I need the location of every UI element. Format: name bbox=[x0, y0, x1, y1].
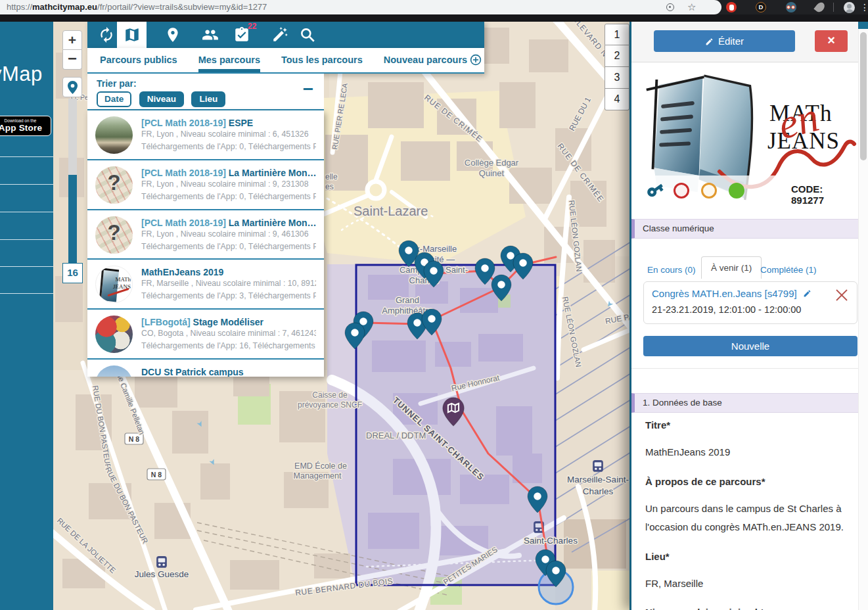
field-value-titre: MathEnJeans 2019 bbox=[645, 443, 846, 462]
trail-thumbnail: ? bbox=[95, 166, 133, 204]
wizard-wand-icon[interactable] bbox=[271, 26, 288, 43]
map-label: Collège Edgar bbox=[465, 158, 519, 168]
trail-list-item[interactable]: [PCL Math 2018-19] ESPE FR, Lyon , Nivea… bbox=[87, 110, 324, 160]
address-bar[interactable]: https://mathcitymap.eu/fr/portail/?view=… bbox=[0, 0, 721, 14]
tab-parcours-publics[interactable]: Parcours publics bbox=[100, 48, 177, 72]
detail-header: Éditer × bbox=[631, 22, 858, 62]
browser-toolbar: https://mathcitymap.eu/fr/portail/?view=… bbox=[0, 0, 868, 14]
divider bbox=[631, 368, 858, 369]
tab-mes-parcours[interactable]: Mes parcours bbox=[198, 48, 260, 72]
layer-button-1[interactable]: 1 bbox=[605, 24, 629, 45]
trail-list-item[interactable]: ? [PCL Math 2018-19] La Martinière Mon… … bbox=[87, 160, 324, 210]
field-label-apropos: À propos de ce parcours* bbox=[645, 476, 846, 487]
browser-menu-icon[interactable]: ⋮ bbox=[860, 1, 868, 14]
layer-button-4[interactable]: 4 bbox=[605, 89, 629, 110]
trail-list-item-selected[interactable]: MAThJEANS MathEnJeans 2019 FR, Marseille… bbox=[87, 260, 324, 310]
map-zoom-in-button[interactable]: + bbox=[62, 30, 82, 50]
sidebar-divider bbox=[0, 266, 53, 267]
field-value-apropos: Un parcours dans le campus de St Charles… bbox=[645, 500, 846, 537]
section-classe-numerique[interactable]: Classe numérique bbox=[631, 219, 858, 239]
section-donnees-de-base[interactable]: 1. Données de base bbox=[631, 393, 858, 413]
session-date: 21-23.21.2019, 12:01:00 - 12:00:00 bbox=[652, 304, 849, 315]
status-red-circle[interactable] bbox=[674, 183, 689, 199]
close-panel-button[interactable]: × bbox=[815, 30, 848, 52]
sort-bar: Trier par: Date Niveau Lieu − bbox=[87, 74, 324, 110]
site-logo: yMap bbox=[0, 62, 43, 86]
site-sidebar: yMap Download on the App Store bbox=[0, 22, 53, 610]
sidebar-divider bbox=[0, 293, 53, 294]
train-station-icon bbox=[593, 460, 603, 472]
status-green-circle[interactable] bbox=[729, 183, 744, 199]
appstore-badge[interactable]: Download on the App Store bbox=[0, 116, 51, 136]
map-zoom-level: 16 bbox=[62, 263, 83, 283]
trails-map-icon[interactable] bbox=[124, 26, 141, 43]
trails-list: [PCL Math 2018-19] ESPE FR, Lyon , Nivea… bbox=[87, 110, 324, 377]
trail-thumbnail: ? bbox=[95, 216, 133, 254]
field-label-titre: Titre* bbox=[645, 419, 846, 431]
map-zoom-out-button[interactable]: − bbox=[62, 50, 82, 70]
field-label-niveau: Niveau scolaire minimal * bbox=[645, 607, 846, 610]
url-text: https://mathcitymap.eu/fr/portail/?view=… bbox=[7, 0, 267, 14]
adblock-extension-icon[interactable] bbox=[726, 2, 737, 12]
scrollbar-thumb[interactable] bbox=[860, 32, 867, 160]
trails-tabs: Parcours publics Mes parcours Tous les p… bbox=[87, 48, 484, 74]
map-label: Management bbox=[294, 471, 342, 481]
pencil-icon[interactable] bbox=[803, 289, 811, 298]
trail-code: CODE: 891277 bbox=[791, 183, 858, 206]
panel-scrollbar[interactable] bbox=[858, 22, 868, 610]
trail-list-item[interactable]: ? [PCL Math 2018-19] La Martinière Mon… … bbox=[87, 210, 324, 260]
tab-tous-les-parcours[interactable]: Tous les parcours bbox=[281, 48, 363, 72]
metro-station-icon bbox=[156, 556, 167, 568]
map-label: DREAL / DDTM bbox=[366, 431, 426, 440]
classtab-completee[interactable]: Complétée (1) bbox=[760, 265, 817, 275]
trail-list-item[interactable]: DCU St Patrick campus bbox=[87, 360, 324, 377]
extension-d-icon[interactable]: D bbox=[756, 2, 766, 12]
map-layer-switcher: 1 2 3 4 bbox=[605, 24, 629, 110]
trail-logo-image: MATh JEANS en CODE: 891277 bbox=[631, 62, 858, 219]
map-label: EMD École de bbox=[294, 461, 347, 471]
trail-thumbnail bbox=[95, 365, 133, 377]
sort-lieu-button[interactable]: Lieu bbox=[191, 91, 225, 107]
map-locate-button[interactable] bbox=[62, 77, 82, 97]
status-orange-circle[interactable] bbox=[701, 183, 717, 199]
key-icon[interactable] bbox=[646, 181, 664, 199]
layer-button-3[interactable]: 3 bbox=[605, 67, 629, 89]
sort-date-button[interactable]: Date bbox=[97, 91, 131, 107]
app-window: N 8N 8Saint-LazareCollège EdgarQuinetAix… bbox=[0, 0, 868, 610]
map-label: Charles bbox=[583, 486, 614, 496]
classtab-a-venir-active[interactable]: À venir (1) bbox=[701, 256, 762, 279]
glasses-icon bbox=[787, 5, 790, 9]
crosshair-icon[interactable] bbox=[666, 3, 674, 11]
feather-extension-icon[interactable] bbox=[813, 1, 826, 14]
svg-text:N 8: N 8 bbox=[151, 471, 162, 479]
map-zoom-slider-fill[interactable] bbox=[68, 175, 77, 263]
classtab-en-cours[interactable]: En cours (0) bbox=[647, 265, 696, 275]
collapse-list-button[interactable]: − bbox=[303, 83, 313, 96]
sidebar-divider bbox=[0, 156, 53, 157]
layer-button-2[interactable]: 2 bbox=[605, 45, 629, 67]
extension-character-icon[interactable] bbox=[786, 2, 796, 12]
session-link[interactable]: Congrès MATH.en.Jeans [s4799] bbox=[652, 288, 797, 299]
browser-profile-avatar[interactable] bbox=[844, 2, 855, 13]
trails-toolbar: 22 bbox=[87, 22, 484, 48]
sort-niveau-button[interactable]: Niveau bbox=[139, 91, 184, 107]
glasses-icon bbox=[791, 5, 795, 9]
delete-session-icon[interactable] bbox=[834, 288, 849, 302]
sync-icon[interactable] bbox=[98, 26, 115, 43]
divider bbox=[833, 3, 834, 12]
edit-button[interactable]: Éditer bbox=[654, 30, 795, 52]
tasks-pin-icon[interactable] bbox=[164, 26, 181, 43]
trail-base-data: Titre* MathEnJeans 2019 À propos de ce p… bbox=[645, 419, 846, 610]
map-label: Jules Guesde bbox=[135, 569, 189, 579]
search-icon[interactable] bbox=[299, 26, 316, 43]
class-session-card: Congrès MATH.en.Jeans [s4799] 21-23.21.2… bbox=[643, 281, 857, 324]
tab-nouveau-parcours[interactable]: Nouveau parcours bbox=[384, 48, 482, 72]
map-label: Quinet bbox=[479, 168, 505, 178]
sort-label: Trier par: bbox=[97, 78, 315, 89]
trail-list-item[interactable]: [LFBogotá] Stage Modéliser CO, Bogota , … bbox=[87, 310, 324, 360]
new-session-button[interactable]: Nouvelle bbox=[643, 336, 857, 356]
bookmark-star-icon[interactable]: ☆ bbox=[687, 0, 696, 14]
trail-thumbnail: MAThJEANS bbox=[95, 266, 133, 303]
groups-icon[interactable] bbox=[202, 26, 219, 43]
trail-thumbnail bbox=[95, 316, 133, 353]
